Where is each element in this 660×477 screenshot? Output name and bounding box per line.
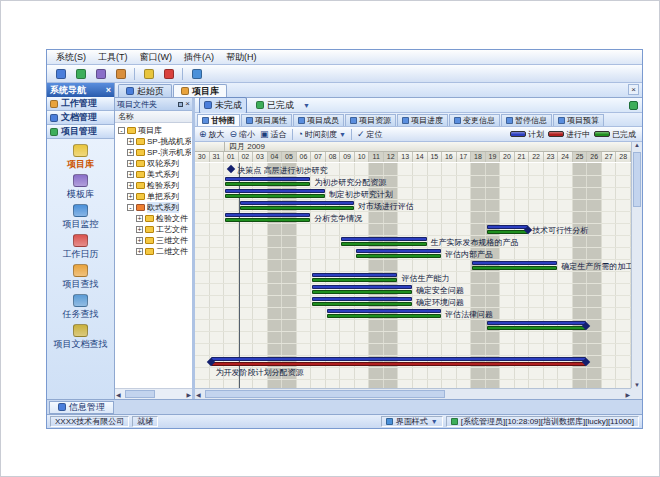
dock-tab-info-management[interactable]: 信息管理 [49, 401, 114, 414]
项目监控-icon [73, 204, 88, 217]
task-bar[interactable] [356, 249, 441, 258]
lock-button[interactable] [140, 66, 157, 81]
task-bar[interactable] [211, 357, 587, 366]
scroll-left-icon[interactable]: ◀ [196, 391, 201, 398]
task-bar[interactable] [487, 321, 587, 330]
tree-item-欧式系列[interactable]: -欧式系列 [116, 202, 191, 213]
sidebar-item-工作日历[interactable]: 工作日历 [47, 232, 114, 262]
scroll-right-icon[interactable]: ▶ [625, 391, 630, 398]
close-icon[interactable]: × [185, 100, 190, 108]
tab-close-icon[interactable]: × [628, 84, 639, 95]
expand-icon[interactable]: + [127, 149, 134, 156]
menu-item[interactable]: 工具(T) [93, 51, 133, 64]
scrollbar-thumb[interactable] [633, 152, 641, 207]
filter-已完成[interactable]: 已完成 [251, 97, 299, 114]
task-bar[interactable] [312, 297, 412, 306]
expand-icon[interactable]: + [136, 248, 143, 255]
task-bar[interactable] [341, 237, 426, 246]
expand-icon[interactable]: + [127, 160, 134, 167]
tree-item-三维文件[interactable]: +三维文件 [116, 235, 191, 246]
status-ui-style-selector[interactable]: 界面样式 ▼ [381, 416, 443, 427]
pin-icon[interactable] [178, 102, 183, 107]
chevron-down-icon[interactable]: ▼ [303, 102, 310, 109]
tab-起始页[interactable]: 起始页 [118, 84, 172, 97]
task-bar[interactable] [472, 261, 557, 270]
scrollbar-thumb[interactable] [205, 390, 445, 398]
gantt-vertical-scrollbar[interactable]: ▲ ▼ [631, 142, 642, 388]
gantt-body[interactable]: 决策点 高层进行初步研究为初步研究分配资源制定初步研究计划对市场进行评估分析竞争… [195, 163, 631, 388]
sidebar-item-项目库[interactable]: 项目库 [47, 142, 114, 172]
collapse-icon[interactable]: - [127, 204, 134, 211]
menu-item[interactable]: 插件(A) [179, 51, 219, 64]
tree-item-工艺文件[interactable]: +工艺文件 [116, 224, 191, 235]
tree-item-二维文件[interactable]: +二维文件 [116, 246, 191, 257]
task-bar[interactable] [225, 213, 310, 222]
gantt-tab-甘特图[interactable]: 甘特图 [197, 114, 240, 126]
expand-icon[interactable]: + [136, 237, 143, 244]
scroll-left-icon[interactable]: ◀ [116, 391, 121, 398]
expand-icon[interactable]: + [127, 138, 134, 145]
tree-item-单把系列[interactable]: +单把系列 [116, 191, 191, 202]
expand-icon[interactable]: + [136, 215, 143, 222]
适合-icon: ▣ [260, 130, 269, 139]
task-bar[interactable] [312, 285, 412, 294]
sidebar-item-任务查找[interactable]: 任务查找 [47, 292, 114, 322]
task-bar[interactable] [225, 177, 310, 186]
tree-item-美式系列[interactable]: +美式系列 [116, 169, 191, 180]
logout-button[interactable] [160, 66, 177, 81]
scroll-up-icon[interactable]: ▲ [634, 142, 640, 148]
refresh-icon[interactable] [629, 101, 638, 110]
gantt-tab-项目属性[interactable]: 项目属性 [241, 114, 292, 126]
sidebar-close-icon[interactable]: × [106, 86, 111, 95]
system-button[interactable] [52, 66, 69, 81]
task-bar[interactable] [225, 189, 325, 198]
gantt-horizontal-scrollbar[interactable]: ◀ ▶ [195, 388, 631, 399]
sidebar-item-项目文档查找[interactable]: 项目文档查找 [47, 322, 114, 352]
sidebar-item-项目查找[interactable]: 项目查找 [47, 262, 114, 292]
day-header-cell: 31 [210, 152, 225, 162]
task-bar[interactable] [312, 273, 397, 282]
scroll-right-icon[interactable]: ▶ [186, 391, 191, 398]
gantt-tool-定位[interactable]: ✓定位 [357, 129, 383, 140]
sidebar-group-文档管理[interactable]: 文档管理 [47, 111, 114, 125]
tree-item-检验文件[interactable]: +检验文件 [116, 213, 191, 224]
window-button[interactable] [92, 66, 109, 81]
help-button[interactable] [188, 66, 205, 81]
tree-item-双轮系列[interactable]: +双轮系列 [116, 158, 191, 169]
menu-item[interactable]: 帮助(H) [221, 51, 262, 64]
gantt-tab-变更信息[interactable]: 变更信息 [449, 114, 500, 126]
expand-icon[interactable]: + [127, 171, 134, 178]
tree-item-检验系列[interactable]: +检验系列 [116, 180, 191, 191]
gantt-tab-项目预算[interactable]: 项目预算 [553, 114, 604, 126]
gantt-tab-项目成员[interactable]: 项目成员 [293, 114, 344, 126]
expand-icon[interactable]: + [127, 193, 134, 200]
expand-icon[interactable]: + [136, 226, 143, 233]
menu-item[interactable]: 窗口(W) [135, 51, 178, 64]
gantt-tab-项目资源[interactable]: 项目资源 [345, 114, 396, 126]
gantt-tool-放大[interactable]: ⊕放大 [199, 129, 225, 140]
task-bar[interactable] [487, 225, 529, 234]
sidebar-item-项目监控[interactable]: 项目监控 [47, 202, 114, 232]
gantt-tool-缩小[interactable]: ⊖缩小 [230, 129, 256, 140]
task-bar[interactable] [240, 201, 354, 210]
tree-horizontal-scrollbar[interactable]: ◀ ▶ [115, 388, 192, 399]
sidebar-group-项目管理[interactable]: 项目管理 [47, 125, 114, 139]
tree-item-项目库[interactable]: -项目库 [116, 125, 191, 136]
task-bar[interactable] [327, 309, 441, 318]
tab-项目库[interactable]: 项目库 [173, 84, 227, 97]
sidebar-group-工作管理[interactable]: 工作管理 [47, 97, 114, 111]
plugin-button[interactable] [112, 66, 129, 81]
gantt-tab-暂停信息[interactable]: 暂停信息 [501, 114, 552, 126]
expand-icon[interactable]: + [127, 182, 134, 189]
gantt-tool-时间刻度[interactable]: ◔时间刻度▼ [298, 129, 346, 140]
filter-未完成[interactable]: 未完成 [199, 97, 247, 114]
collapse-icon[interactable]: - [118, 127, 125, 134]
tree-item-SP-挑战机系列[interactable]: +SP-挑战机系列 [116, 136, 191, 147]
sidebar-item-模板库[interactable]: 模板库 [47, 172, 114, 202]
tools-button[interactable] [72, 66, 89, 81]
gantt-tool-适合[interactable]: ▣适合 [260, 129, 287, 140]
menu-item[interactable]: 系统(S) [51, 51, 91, 64]
tree-item-SP-演示机系列[interactable]: +SP-演示机系列 [116, 147, 191, 158]
gantt-tab-项目进度[interactable]: 项目进度 [397, 114, 448, 126]
scrollbar-thumb[interactable] [125, 390, 155, 398]
